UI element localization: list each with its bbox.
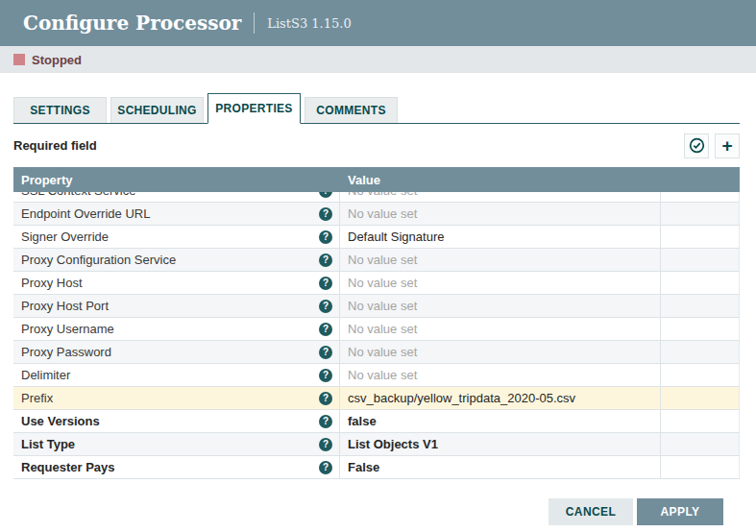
tab-settings[interactable]: SETTINGS bbox=[13, 97, 107, 123]
property-name: Proxy Host Port bbox=[21, 299, 109, 313]
title-divider bbox=[254, 12, 255, 34]
property-value-cell[interactable]: false bbox=[340, 410, 661, 432]
property-name-cell: Signer Override? bbox=[13, 226, 340, 248]
property-row[interactable]: Prefix?csv_backup/yellow_tripdata_2020-0… bbox=[13, 387, 740, 410]
property-value-cell[interactable]: No value set bbox=[340, 295, 661, 317]
property-extra-cell bbox=[661, 226, 740, 248]
help-icon[interactable]: ? bbox=[319, 346, 332, 359]
property-row[interactable]: Endpoint Override URL?No value set bbox=[13, 203, 740, 226]
tab-comments[interactable]: COMMENTS bbox=[305, 97, 398, 123]
property-value-cell[interactable]: No value set bbox=[340, 272, 661, 294]
help-icon[interactable]: ? bbox=[319, 392, 332, 405]
property-value: List Objects V1 bbox=[348, 437, 438, 451]
property-row[interactable]: Proxy Password?No value set bbox=[13, 341, 740, 364]
help-icon[interactable]: ? bbox=[319, 192, 332, 198]
column-header-value: Value bbox=[340, 173, 661, 187]
help-icon[interactable]: ? bbox=[319, 461, 332, 474]
property-extra-cell bbox=[661, 192, 740, 202]
property-row[interactable]: List Type?List Objects V1 bbox=[13, 433, 740, 456]
property-value-cell[interactable]: No value set bbox=[340, 192, 661, 202]
cancel-button[interactable]: CANCEL bbox=[549, 498, 633, 525]
property-table: Property Value SSL Context Service?No va… bbox=[13, 167, 740, 479]
property-row[interactable]: Use Versions?false bbox=[13, 410, 740, 433]
property-name-cell: Use Versions? bbox=[13, 410, 340, 432]
help-icon[interactable]: ? bbox=[319, 254, 332, 267]
property-value-cell[interactable]: False bbox=[340, 456, 661, 478]
property-value: False bbox=[348, 460, 379, 474]
property-value-cell[interactable]: No value set bbox=[340, 318, 661, 340]
property-value: No value set bbox=[348, 253, 417, 267]
property-name-cell: SSL Context Service? bbox=[13, 192, 340, 202]
apply-button[interactable]: APPLY bbox=[637, 498, 723, 525]
properties-toolbar: Required field + bbox=[13, 124, 740, 167]
property-value: No value set bbox=[348, 345, 417, 359]
help-icon[interactable]: ? bbox=[319, 369, 332, 382]
property-extra-cell bbox=[661, 364, 740, 386]
property-name: List Type bbox=[21, 437, 75, 451]
property-value-cell[interactable]: Default Signature bbox=[340, 226, 661, 248]
property-extra-cell bbox=[661, 456, 740, 478]
property-name-cell: Requester Pays? bbox=[13, 456, 340, 478]
tab-scheduling[interactable]: SCHEDULING bbox=[110, 97, 204, 123]
plus-icon: + bbox=[721, 136, 732, 155]
processor-name-version: ListS3 1.15.0 bbox=[267, 16, 351, 31]
property-name: Signer Override bbox=[21, 230, 109, 244]
property-row[interactable]: Proxy Host?No value set bbox=[13, 272, 740, 295]
property-name-cell: Proxy Username? bbox=[13, 318, 340, 340]
dialog-header: Configure Processor ListS3 1.15.0 bbox=[0, 0, 756, 46]
help-icon[interactable]: ? bbox=[319, 438, 332, 451]
help-icon[interactable]: ? bbox=[319, 415, 332, 428]
property-value-cell[interactable]: No value set bbox=[340, 249, 661, 271]
property-value-cell[interactable]: List Objects V1 bbox=[340, 433, 661, 455]
help-icon[interactable]: ? bbox=[319, 300, 332, 313]
property-row[interactable]: Delimiter?No value set bbox=[13, 364, 740, 387]
property-name: Proxy Configuration Service bbox=[21, 253, 176, 267]
property-name-cell: Proxy Password? bbox=[13, 341, 340, 363]
property-name-cell: List Type? bbox=[13, 433, 340, 455]
help-icon[interactable]: ? bbox=[319, 230, 332, 244]
property-value-cell[interactable]: csv_backup/yellow_tripdata_2020-05.csv bbox=[340, 387, 661, 409]
help-icon[interactable]: ? bbox=[319, 277, 332, 290]
property-row[interactable]: Signer Override?Default Signature bbox=[13, 226, 740, 249]
property-row[interactable]: Proxy Configuration Service?No value set bbox=[13, 249, 740, 272]
toolbar-buttons: + bbox=[684, 133, 740, 158]
property-name: SSL Context Service bbox=[21, 192, 135, 198]
property-value: No value set bbox=[348, 368, 417, 382]
configure-processor-dialog: Configure Processor ListS3 1.15.0 Stoppe… bbox=[0, 0, 756, 525]
property-name: Requester Pays bbox=[21, 460, 115, 474]
property-value-cell[interactable]: No value set bbox=[340, 341, 661, 363]
property-name: Prefix bbox=[21, 391, 53, 405]
property-value: Default Signature bbox=[348, 230, 444, 244]
property-value: csv_backup/yellow_tripdata_2020-05.csv bbox=[348, 391, 575, 405]
property-extra-cell bbox=[661, 341, 740, 363]
property-name-cell: Prefix? bbox=[13, 387, 340, 409]
dialog-footer: CANCEL APPLY bbox=[13, 479, 740, 525]
property-name: Endpoint Override URL bbox=[21, 206, 150, 221]
property-row[interactable]: Requester Pays?False bbox=[13, 456, 740, 479]
dialog-content: SETTINGSSCHEDULINGPROPERTIESCOMMENTS Req… bbox=[0, 93, 756, 525]
property-extra-cell bbox=[661, 433, 740, 455]
property-extra-cell bbox=[661, 295, 740, 317]
property-value: No value set bbox=[348, 192, 417, 198]
property-table-header: Property Value bbox=[13, 167, 740, 192]
help-icon[interactable]: ? bbox=[319, 207, 332, 221]
property-value-cell[interactable]: No value set bbox=[340, 364, 661, 386]
property-name-cell: Proxy Configuration Service? bbox=[13, 249, 340, 271]
tab-properties[interactable]: PROPERTIES bbox=[207, 93, 301, 124]
property-extra-cell bbox=[661, 249, 740, 271]
property-name-cell: Proxy Host? bbox=[13, 272, 340, 294]
required-field-label: Required field bbox=[13, 138, 97, 153]
property-name-cell: Endpoint Override URL? bbox=[13, 203, 340, 225]
property-row[interactable]: Proxy Username?No value set bbox=[13, 318, 740, 341]
property-row[interactable]: SSL Context Service?No value set bbox=[13, 192, 740, 203]
status-bar: Stopped bbox=[0, 46, 756, 73]
property-row[interactable]: Proxy Host Port?No value set bbox=[13, 295, 740, 318]
property-value: No value set bbox=[348, 322, 417, 336]
verify-properties-button[interactable] bbox=[684, 133, 709, 158]
property-name: Proxy Host bbox=[21, 276, 83, 290]
help-icon[interactable]: ? bbox=[319, 323, 332, 336]
property-extra-cell bbox=[661, 410, 740, 432]
add-property-button[interactable]: + bbox=[715, 133, 740, 158]
property-value: false bbox=[348, 414, 377, 428]
property-value-cell[interactable]: No value set bbox=[340, 203, 661, 225]
